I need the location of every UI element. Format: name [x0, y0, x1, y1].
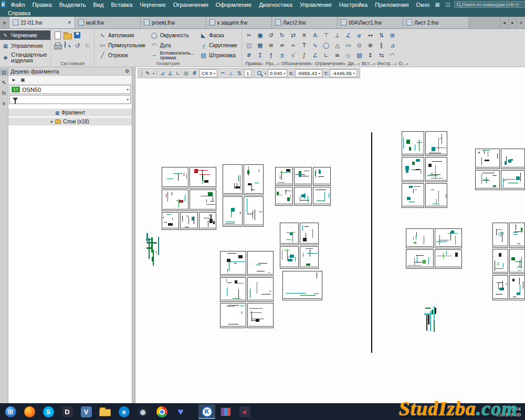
chevron-down-icon[interactable]: ▾: [265, 71, 266, 75]
step-value-box[interactable]: 0.040 ▾: [268, 69, 288, 77]
print-icon[interactable]: [54, 41, 61, 49]
snap-icon[interactable]: ∠: [167, 70, 174, 76]
ribbon-tool-icon[interactable]: ⊕: [366, 41, 375, 50]
tree-item-layers[interactable]: ▸ Слои (x18): [8, 118, 132, 125]
tool-button[interactable]: ▨Штриховка: [198, 51, 239, 60]
undo-icon[interactable]: ↺: [74, 42, 81, 49]
tool-button[interactable]: ┄Вспомогатель... прямая: [149, 51, 196, 60]
ribbon-tab[interactable]: ✱Стандартные изделия: [0, 51, 50, 64]
firefox-icon[interactable]: [21, 404, 38, 419]
document-tab[interactable]: мой.frw: [75, 17, 141, 28]
menu-item[interactable]: Диагностика: [255, 0, 296, 9]
expand-icon[interactable]: ▸: [51, 119, 53, 124]
scale-icon[interactable]: ⇅: [236, 70, 243, 76]
tool-button[interactable]: ∿Автолиния: [97, 31, 147, 40]
tool-button[interactable]: ◯Окружность: [149, 31, 196, 40]
edge-icon[interactable]: e: [116, 404, 132, 419]
ribbon-tool-icon[interactable]: ▭: [344, 41, 353, 50]
layer-select[interactable]: 17 OSN50 ▾: [9, 85, 131, 94]
tree-item-fragment[interactable]: ▦ Фрагмент: [8, 109, 132, 117]
ribbon-tool-icon[interactable]: ⇆: [377, 51, 386, 60]
filter-select[interactable]: ▾: [9, 95, 131, 104]
x-coordinate-box[interactable]: -6856.43 ▾: [295, 69, 322, 77]
pencil-icon[interactable]: ✎: [1, 79, 8, 86]
document-tab[interactable]: 004\Лист1.frw: [338, 17, 403, 28]
ribbon-tool-icon[interactable]: ∟: [322, 51, 331, 60]
ribbon-tab[interactable]: ▦Управление: [0, 41, 50, 50]
y-coordinate-box[interactable]: -4446.95 ▾: [330, 69, 357, 77]
menu-item[interactable]: Управление: [296, 0, 335, 9]
coordinate-system-select[interactable]: СК 0 ▾: [200, 69, 217, 77]
line-style-icon[interactable]: ✎: [144, 70, 151, 76]
ribbon-tool-icon[interactable]: ⊙: [355, 41, 364, 50]
tool-button[interactable]: ▭Прямоугольник: [97, 41, 147, 50]
document-tab[interactable]: proekt.frw: [141, 17, 206, 28]
ribbon-tool-icon[interactable]: ▣: [256, 32, 265, 40]
grid-icon[interactable]: #: [191, 70, 198, 76]
toolbar-grip[interactable]: [141, 70, 143, 77]
ribbon-group-label[interactable]: О...▾: [398, 61, 408, 66]
split-view-icon[interactable]: ◫: [444, 2, 452, 7]
ribbon-tool-icon[interactable]: ⇅: [377, 32, 386, 40]
menu-item[interactable]: Настройка: [335, 0, 371, 9]
menu-item[interactable]: Окно: [413, 0, 434, 9]
taskbar-clock[interactable]: 2:44 10.05.2020: [496, 406, 525, 417]
fx-icon[interactable]: fx: [1, 90, 8, 97]
image-icon[interactable]: ▣: [20, 77, 25, 82]
menu-item[interactable]: Приложения: [371, 0, 412, 9]
scroll-tabs-right-icon[interactable]: ▸: [508, 17, 517, 28]
ribbon-tool-icon[interactable]: ◠: [388, 51, 397, 60]
ribbon-tool-icon[interactable]: ↔: [366, 32, 375, 40]
scroll-tabs-left-icon[interactable]: ◂: [500, 17, 508, 28]
chrome-icon[interactable]: [153, 404, 170, 419]
ribbon-tool-icon[interactable]: Σ: [256, 51, 265, 60]
steam-icon[interactable]: ◉: [134, 404, 151, 419]
snap-icon[interactable]: ∟: [175, 70, 182, 76]
window-layout-icon[interactable]: ▦: [433, 2, 442, 7]
menu-item[interactable]: Правка: [29, 0, 56, 9]
menu-item[interactable]: Черчение: [136, 0, 170, 9]
ribbon-tool-icon[interactable]: ⇄: [289, 32, 298, 40]
open-document-icon[interactable]: [64, 32, 71, 39]
new-document-icon[interactable]: [54, 32, 61, 39]
search-input[interactable]: [462, 2, 525, 7]
ribbon-tool-icon[interactable]: ±: [278, 51, 287, 60]
ribbon-group-label[interactable]: Ограничения▾: [314, 61, 345, 66]
ribbon-tool-icon[interactable]: ✕: [300, 32, 309, 40]
tree-panel-toggle-icon[interactable]: ▤: [1, 69, 8, 76]
ribbon-tool-icon[interactable]: ⌀: [355, 32, 364, 40]
ribbon-tool-icon[interactable]: ▦: [256, 41, 265, 50]
menu-item[interactable]: Файл: [7, 0, 29, 9]
ribbon-tool-icon[interactable]: ∫: [300, 51, 309, 60]
menu-item[interactable]: Вставка: [107, 0, 136, 9]
document-tab[interactable]: Лист 2.frw: [403, 17, 469, 28]
ribbon-tool-icon[interactable]: ◯: [322, 41, 331, 50]
ortho-mode-icon[interactable]: ⊥: [227, 70, 234, 76]
capture-app-icon[interactable]: ●: [236, 404, 253, 419]
menu-item[interactable]: Ограничения: [170, 0, 212, 9]
ribbon-tool-icon[interactable]: √: [289, 51, 298, 60]
ribbon-tool-icon[interactable]: △: [333, 41, 342, 50]
ribbon-tool-icon[interactable]: ⊞: [388, 32, 397, 40]
document-tab[interactable]: Лист2.frw: [272, 17, 338, 28]
tool-button[interactable]: ◣Фаска: [198, 31, 239, 40]
ribbon-tool-icon[interactable]: ≠: [278, 41, 287, 50]
ribbon-tool-icon[interactable]: ≡: [267, 41, 276, 50]
corner-snap-icon[interactable]: ¬: [219, 70, 226, 76]
document-tab[interactable]: к защите.frw: [206, 17, 272, 28]
ribbon-tool-icon[interactable]: ∥: [377, 41, 386, 50]
ribbon-tool-icon[interactable]: ≅: [333, 51, 342, 60]
close-tab-icon[interactable]: ✕: [67, 20, 71, 25]
tool-button[interactable]: ╱Отрезок: [97, 51, 147, 60]
ribbon-tool-icon[interactable]: ▧: [355, 51, 364, 60]
skype-icon[interactable]: S: [40, 404, 57, 419]
folder-icon[interactable]: [97, 404, 113, 419]
ribbon-tool-icon[interactable]: ↺: [267, 32, 276, 40]
menu-icon[interactable]: ≡: [1, 100, 8, 107]
snap-icon[interactable]: ⊿: [159, 70, 166, 76]
ribbon-group-label[interactable]: Раз...▾: [265, 61, 279, 66]
ribbon-tool-icon[interactable]: ∠: [311, 51, 320, 60]
scale-value-box[interactable]: 1: [244, 69, 251, 77]
zoom-icon[interactable]: [256, 70, 263, 76]
gear-icon[interactable]: ⚙: [125, 68, 130, 74]
